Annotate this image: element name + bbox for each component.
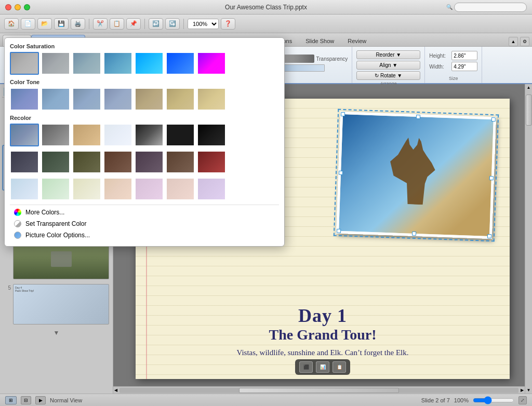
- recolor-thumb-light2[interactable]: [41, 178, 70, 200]
- zoom-select[interactable]: 100%: [188, 19, 219, 29]
- recolor-thumb-light5[interactable]: [135, 178, 164, 200]
- tab-slideshow[interactable]: Slide Show: [299, 35, 341, 46]
- window-title: Our Awesome Class Trip.pptx: [225, 4, 307, 11]
- open-btn[interactable]: 📂: [37, 18, 52, 30]
- scroll-down-arrow[interactable]: ▼: [525, 387, 532, 394]
- recolor-thumb-dark2[interactable]: [41, 151, 70, 173]
- resize-handle-mr[interactable]: [489, 175, 494, 180]
- copy-btn[interactable]: 📋: [110, 18, 124, 30]
- undo-btn[interactable]: ↩️: [149, 18, 163, 30]
- recolor-thumb-high-contrast-dark[interactable]: [197, 124, 226, 146]
- recolor-thumb-light3[interactable]: [72, 178, 101, 200]
- sat-thumb-7[interactable]: [197, 52, 226, 75]
- present-view-btn[interactable]: ▶: [35, 396, 46, 404]
- tone-thumb-6[interactable]: [166, 88, 195, 111]
- recolor-thumb-light6[interactable]: [166, 178, 195, 200]
- more-colors-item[interactable]: More Colors...: [10, 207, 279, 218]
- close-button[interactable]: [5, 4, 11, 10]
- recolor-thumb-dark4[interactable]: [103, 151, 132, 173]
- float-btn-3[interactable]: 📋: [332, 361, 346, 373]
- scroll-thumb[interactable]: [526, 94, 532, 126]
- scroll-up-arrow[interactable]: ▲: [525, 84, 532, 91]
- height-label: Height:: [429, 53, 450, 59]
- statusbar: ⊞ ⊟ ▶ Normal View Slide 2 of 7 100% ⤢: [0, 394, 532, 406]
- tone-thumb-3[interactable]: [72, 88, 101, 111]
- color-options-icon: [14, 232, 21, 239]
- recolor-thumb-black-white[interactable]: [135, 124, 164, 146]
- height-input[interactable]: [451, 51, 477, 60]
- resize-handle-bm[interactable]: [412, 232, 416, 236]
- picture-color-options-item[interactable]: Picture Color Options...: [10, 229, 279, 241]
- h-scroll-thumb[interactable]: [239, 388, 398, 393]
- recolor-thumb-no-recolor[interactable]: [10, 124, 39, 146]
- sidebar-scroll-down[interactable]: ▼: [2, 328, 111, 338]
- tone-thumb-4[interactable]: [103, 88, 132, 111]
- recolor-thumb-light4[interactable]: [103, 178, 132, 200]
- resize-handle-br[interactable]: [487, 234, 491, 238]
- transparent-icon: [14, 220, 21, 227]
- recolor-thumb-light7[interactable]: [197, 178, 226, 200]
- color-saturation-row: [10, 52, 279, 75]
- tone-thumb-1[interactable]: [10, 88, 39, 111]
- slide-thumb-5[interactable]: 5 Day 4Pack Show Trip!: [2, 282, 111, 326]
- sat-thumb-4[interactable]: [103, 52, 132, 75]
- recolor-thumb-silhouette[interactable]: [166, 124, 195, 146]
- align-button[interactable]: Align ▼: [356, 61, 420, 70]
- zoom-slider[interactable]: [473, 397, 514, 403]
- paste-btn[interactable]: 📌: [126, 18, 141, 30]
- cut-btn[interactable]: ✂️: [93, 18, 108, 30]
- resize-handle-tl[interactable]: [341, 112, 345, 116]
- sat-thumb-5[interactable]: [135, 52, 164, 75]
- ribbon-collapse-btn[interactable]: ▲: [509, 37, 518, 46]
- recolor-thumb-light1[interactable]: [10, 178, 39, 200]
- rotate-button[interactable]: ↻ Rotate ▼: [356, 71, 420, 80]
- sat-thumb-6[interactable]: [166, 52, 195, 75]
- fit-window-btn[interactable]: ⤢: [518, 396, 527, 404]
- scroll-left-arrow[interactable]: ◀: [113, 388, 118, 393]
- tone-thumb-2[interactable]: [41, 88, 70, 111]
- new-btn[interactable]: 📄: [21, 18, 35, 30]
- home-icon-btn[interactable]: 🏠: [4, 18, 19, 30]
- help-btn[interactable]: ❓: [221, 18, 235, 30]
- tab-review[interactable]: Review: [341, 35, 373, 46]
- normal-view-btn[interactable]: ⊞: [5, 396, 17, 404]
- grid-view-btn[interactable]: ⊟: [21, 396, 31, 404]
- scroll-right-arrow[interactable]: ▶: [520, 388, 525, 393]
- recolor-thumb-dark3[interactable]: [72, 151, 101, 173]
- resize-handle-tm[interactable]: [416, 115, 420, 119]
- maximize-button[interactable]: [24, 4, 30, 10]
- search-input[interactable]: [454, 3, 527, 12]
- redo-btn[interactable]: ↪️: [165, 18, 180, 30]
- tone-thumb-5[interactable]: [135, 88, 164, 111]
- float-image-toolbar: ⬛ 📊 📋: [295, 359, 350, 375]
- slide-body: Vistas, wildlife, sunshine and Elk. Can’…: [136, 347, 510, 358]
- minimize-button[interactable]: [15, 4, 21, 10]
- float-btn-1[interactable]: ⬛: [299, 361, 313, 373]
- recolor-thumb-grayscale[interactable]: [41, 124, 70, 146]
- set-transparent-item[interactable]: Set Transparent Color: [10, 218, 279, 229]
- recolor-thumb-dark6[interactable]: [166, 151, 195, 173]
- reorder-button[interactable]: Reorder ▼: [356, 50, 420, 59]
- recolor-thumb-sepia[interactable]: [72, 124, 101, 146]
- resize-handle-bl[interactable]: [337, 229, 341, 233]
- recolor-thumb-dark5[interactable]: [135, 151, 164, 173]
- canvas-scrollbar-v[interactable]: ▲ ▼: [525, 84, 532, 394]
- resize-handle-ml[interactable]: [339, 170, 343, 174]
- print-btn[interactable]: 🖨️: [71, 18, 85, 30]
- ribbon-options-btn[interactable]: ⚙: [520, 37, 529, 46]
- sat-thumb-2[interactable]: [41, 52, 70, 75]
- recolor-thumb-dark1[interactable]: [10, 151, 39, 173]
- tone-thumb-7[interactable]: [197, 88, 226, 111]
- width-input[interactable]: [451, 62, 477, 71]
- sat-thumb-3[interactable]: [72, 52, 101, 75]
- save-btn[interactable]: 💾: [54, 18, 69, 30]
- recolor-thumb-dark7[interactable]: [197, 151, 226, 173]
- elk-photo[interactable]: [336, 112, 496, 239]
- canvas-scrollbar-h[interactable]: ◀ ▶: [113, 386, 525, 394]
- recolor-thumb-washout[interactable]: [103, 124, 132, 146]
- float-btn-2[interactable]: 📊: [316, 361, 329, 373]
- search-area: 🔍: [446, 3, 527, 12]
- sat-thumb-1[interactable]: [10, 52, 39, 75]
- window-controls: [5, 4, 30, 10]
- resize-handle-tr[interactable]: [491, 117, 496, 121]
